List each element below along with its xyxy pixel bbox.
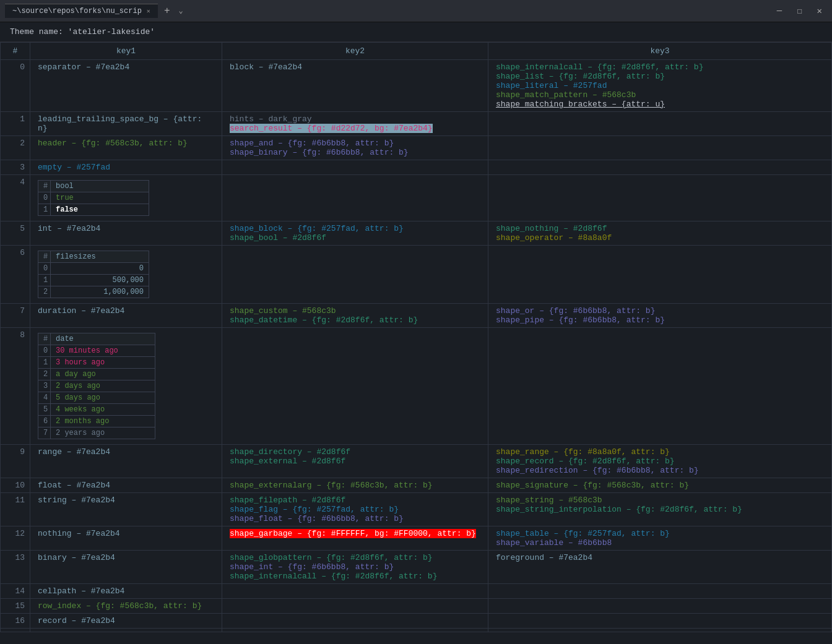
row-col3: shape_internalcall – {fg: #2d8f6f, attr:…	[488, 60, 832, 112]
close-button[interactable]: ✕	[812, 4, 827, 17]
row-index: 12	[1, 526, 30, 551]
table-row: 10 float – #7ea2b4 shape_externalarg – {…	[1, 478, 832, 493]
row-col1: cellpath – #7ea2b4	[30, 584, 222, 599]
row-index: 10	[1, 478, 30, 493]
row-col1: # date 0 30 minutes ago 1 3 hours	[30, 328, 222, 445]
row-col3: shape_table – {fg: #257fad, attr: b} sha…	[488, 526, 832, 551]
row-index: 11	[1, 493, 30, 526]
titlebar: ~\source\repos\forks\nu_scrip ✕ + ⌄ — ☐ …	[0, 0, 832, 22]
row-col1: separator – #7ea2b4	[30, 60, 222, 112]
table-row: 8 # date 0 30 minutes ago	[1, 328, 832, 445]
row-col2	[222, 160, 488, 175]
row-col2: block – #7ea2b4	[222, 60, 488, 112]
row-col3: shape_range – {fg: #8a8a0f, attr: b} sha…	[488, 445, 832, 478]
row-col3	[488, 584, 832, 599]
row-col3	[488, 599, 832, 614]
row-col1: header – {fg: #568c3b, attr: b}	[30, 136, 222, 160]
row-col1: binary – #7ea2b4	[30, 551, 222, 584]
row-col2	[222, 246, 488, 304]
tab-label: ~\source\repos\forks\nu_scrip	[12, 7, 142, 15]
table-row: 6 # filesizes 0 0	[1, 246, 832, 304]
row-index: 7	[1, 304, 30, 328]
table-row: 0 separator – #7ea2b4 block – #7ea2b4 sh…	[1, 60, 832, 112]
col-header-key2: key2	[222, 43, 488, 60]
table-row: 1 leading_trailing_space_bg – {attr: n} …	[1, 112, 832, 136]
status-bar	[0, 632, 832, 644]
row-col3: shape_nothing – #2d8f6f shape_operator –…	[488, 221, 832, 246]
row-col3: shape_string – #568c3b shape_string_inte…	[488, 493, 832, 526]
row-col2: shape_garbage – {fg: #FFFFFF, bg: #FF000…	[222, 526, 488, 551]
row-index: 13	[1, 551, 30, 584]
row-index: 0	[1, 60, 30, 112]
row-col3: shape_or – {fg: #6b6bb8, attr: b} shape_…	[488, 304, 832, 328]
tab-close-icon[interactable]: ✕	[147, 7, 150, 15]
minimize-button[interactable]: —	[772, 4, 787, 17]
row-col1: record – #7ea2b4	[30, 614, 222, 629]
row-col2: shape_custom – #568c3b shape_datetime – …	[222, 304, 488, 328]
row-col1: nothing – #7ea2b4	[30, 526, 222, 551]
row-col3: shape_signature – {fg: #568c3b, attr: b}	[488, 478, 832, 493]
row-index: 15	[1, 599, 30, 614]
row-index: 9	[1, 445, 30, 478]
row-col2: shape_block – {fg: #257fad, attr: b} sha…	[222, 221, 488, 246]
row-col2: hints – dark_gray search_result – {fg: #…	[222, 112, 488, 136]
row-index: 3	[1, 160, 30, 175]
row-col2: shape_and – {fg: #6b6bb8, attr: b} shape…	[222, 136, 488, 160]
col-header-index: #	[1, 43, 30, 60]
col-header-key3: key3	[488, 43, 832, 60]
row-col2	[222, 328, 488, 445]
table-row: 15 row_index – {fg: #568c3b, attr: b}	[1, 599, 832, 614]
table-row: 11 string – #7ea2b4 shape_filepath – #2d…	[1, 493, 832, 526]
row-col3	[488, 136, 832, 160]
row-index: 1	[1, 112, 30, 136]
maximize-button[interactable]: ☐	[792, 4, 807, 17]
row-col1: string – #7ea2b4	[30, 493, 222, 526]
table-row: 2 header – {fg: #568c3b, attr: b} shape_…	[1, 136, 832, 160]
row-col2	[222, 614, 488, 629]
row-index: 16	[1, 614, 30, 629]
table-row: 4 # bool 0 true	[1, 175, 832, 221]
row-col2	[222, 584, 488, 599]
table-row: 9 range – #7ea2b4 shape_directory – #2d8…	[1, 445, 832, 478]
tab-dropdown-button[interactable]: ⌄	[175, 6, 186, 15]
new-tab-button[interactable]: +	[159, 6, 175, 17]
row-col1: # bool 0 true 1 false	[30, 175, 222, 221]
row-col2: shape_directory – #2d8f6f shape_external…	[222, 445, 488, 478]
row-index: 2	[1, 136, 30, 160]
bool-inner-table: # bool 0 true 1 false	[38, 180, 149, 216]
row-index: 14	[1, 584, 30, 599]
row-col3	[488, 112, 832, 136]
table-row: 3 empty – #257fad	[1, 160, 832, 175]
row-col1: leading_trailing_space_bg – {attr: n}	[30, 112, 222, 136]
row-col3	[488, 160, 832, 175]
row-index: 4	[1, 175, 30, 221]
row-col1: int – #7ea2b4	[30, 221, 222, 246]
row-col3	[488, 175, 832, 221]
row-col3	[488, 328, 832, 445]
col-header-key1: key1	[30, 43, 222, 60]
row-col1: range – #7ea2b4	[30, 445, 222, 478]
row-col1: # filesizes 0 0 1 500,000	[30, 246, 222, 304]
row-col3: foreground – #7ea2b4	[488, 551, 832, 584]
row-col1: duration – #7ea2b4	[30, 304, 222, 328]
main-table-wrapper[interactable]: # key1 key2 key3 0 separator – #7ea2b4 b…	[0, 42, 832, 632]
date-inner-table: # date 0 30 minutes ago 1 3 hours	[38, 333, 155, 439]
table-row: 7 duration – #7ea2b4 shape_custom – #568…	[1, 304, 832, 328]
window-controls: — ☐ ✕	[772, 4, 827, 17]
row-col2: shape_externalarg – {fg: #568c3b, attr: …	[222, 478, 488, 493]
row-index: 5	[1, 221, 30, 246]
theme-line: Theme name: 'atelier-lakeside'	[0, 22, 832, 42]
table-row: 13 binary – #7ea2b4 shape_globpattern – …	[1, 551, 832, 584]
table-row: 12 nothing – #7ea2b4 shape_garbage – {fg…	[1, 526, 832, 551]
row-col2: shape_globpattern – {fg: #2d8f6f, attr: …	[222, 551, 488, 584]
row-index: 8	[1, 328, 30, 445]
row-col2	[222, 175, 488, 221]
table-row: 5 int – #7ea2b4 shape_block – {fg: #257f…	[1, 221, 832, 246]
row-col1: row_index – {fg: #568c3b, attr: b}	[30, 599, 222, 614]
filesizes-inner-table: # filesizes 0 0 1 500,000	[38, 251, 149, 298]
row-col2: shape_filepath – #2d8f6f shape_flag – {f…	[222, 493, 488, 526]
active-tab[interactable]: ~\source\repos\forks\nu_scrip ✕	[5, 4, 158, 18]
row-col1: empty – #257fad	[30, 160, 222, 175]
row-index: 6	[1, 246, 30, 304]
table-row: 14 cellpath – #7ea2b4	[1, 584, 832, 599]
